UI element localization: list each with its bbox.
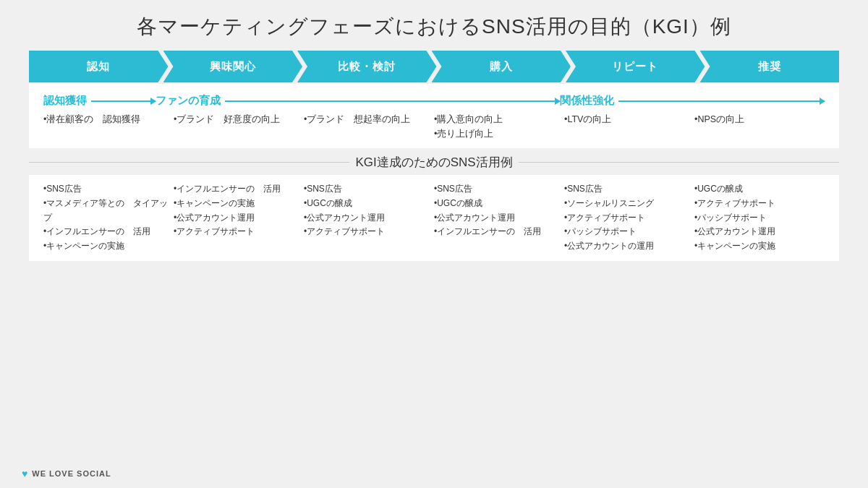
goals-layout: 認知獲得 ファンの育成 関係性強化 xyxy=(43,94,825,108)
footer-text: WE LOVE SOCIAL xyxy=(32,469,111,478)
sns-bullet: •アクティブサポート xyxy=(694,197,820,211)
divider-title: KGI達成のためのSNS活用例 xyxy=(355,154,512,171)
goal-group-3: 関係性強化 xyxy=(560,94,825,108)
footer: ♥ WE LOVE SOCIAL xyxy=(22,468,111,479)
sns-bullet: •公式アカウント運用 xyxy=(694,225,820,239)
phase-item-0: 認知 xyxy=(29,51,169,82)
kgi-bullet: •購入意向の向上 xyxy=(434,112,560,127)
phase-item-1: 興味関心 xyxy=(163,51,303,82)
heart-icon: ♥ xyxy=(22,468,27,479)
goal-label-3: 関係性強化 xyxy=(560,94,614,108)
kgi-col-0: •潜在顧客の 認知獲得 xyxy=(43,112,174,141)
phase-bar: 認知興味関心比較・検討購入リピート推奨 xyxy=(29,51,839,82)
sns-bullet: •SNS広告 xyxy=(564,182,690,197)
sns-col-2: •SNS広告•UGCの醸成•公式アカウント運用•アクティブサポート xyxy=(304,182,434,254)
kgi-bullet: •LTVの向上 xyxy=(564,112,690,127)
sns-bullet: •SNS広告 xyxy=(304,182,430,197)
sns-col-0: •SNS広告•マスメディア等との タイアップ•インフルエンサーの 活用•キャンペ… xyxy=(43,182,174,254)
sns-col-4: •SNS広告•ソーシャルリスニング•アクティブサポート•パッシブサポート•公式ア… xyxy=(564,182,694,254)
sns-bullet: •SNS広告 xyxy=(434,182,560,197)
kgi-bullets-row: •潜在顧客の 認知獲得•ブランド 好意度の向上•ブランド 想起率の向上•購入意向… xyxy=(43,112,825,141)
kgi-bullet: •ブランド 想起率の向上 xyxy=(304,112,430,127)
phase-item-3: 購入 xyxy=(432,51,571,82)
sns-bullet: •公式アカウント運用 xyxy=(304,211,430,226)
sns-bullet: •UGCの醸成 xyxy=(434,197,560,211)
sns-bullet: •アクティブサポート xyxy=(304,225,430,239)
sns-section: •SNS広告•マスメディア等との タイアップ•インフルエンサーの 活用•キャンペ… xyxy=(29,175,839,261)
sns-bullet: •キャンペーンの実施 xyxy=(694,239,820,254)
sns-bullet: •インフルエンサーの 活用 xyxy=(174,182,299,197)
phase-item-2: 比較・検討 xyxy=(297,51,437,82)
sns-bullet: •公式アカウントの運用 xyxy=(564,239,690,254)
kgi-bullet: •ブランド 好意度の向上 xyxy=(174,112,299,127)
kgi-section: 認知獲得 ファンの育成 関係性強化 •潜在顧客の 認知獲得•ブランド 好意度の向… xyxy=(29,84,839,148)
divider-line-left xyxy=(29,162,349,163)
goal-group-2: ファンの育成 xyxy=(156,94,560,108)
sns-bullet: •マスメディア等との タイアップ xyxy=(43,197,169,226)
page-title: 各マーケティングフェーズにおけるSNS活用の目的（KGI）例 xyxy=(29,0,839,51)
sns-bullets-row: •SNS広告•マスメディア等との タイアップ•インフルエンサーの 活用•キャンペ… xyxy=(43,182,825,254)
sns-bullet: •公式アカウント運用 xyxy=(174,211,299,226)
sns-bullet: •UGCの醸成 xyxy=(694,182,820,197)
main-container: 各マーケティングフェーズにおけるSNS活用の目的（KGI）例 認知興味関心比較・… xyxy=(0,0,868,488)
kgi-bullet: •潜在顧客の 認知獲得 xyxy=(43,112,169,127)
phase-item-5: 推奨 xyxy=(700,51,840,82)
sns-bullet: •インフルエンサーの 活用 xyxy=(434,225,560,239)
kgi-col-3: •購入意向の向上•売り上げ向上 xyxy=(434,112,564,141)
kgi-bullet: •NPSの向上 xyxy=(694,112,820,127)
sns-bullet: •公式アカウント運用 xyxy=(434,211,560,226)
divider-row: KGI達成のためのSNS活用例 xyxy=(29,154,839,171)
goal-label-1: 認知獲得 xyxy=(43,94,87,108)
phase-item-4: リピート xyxy=(566,51,705,82)
sns-bullet: •SNS広告 xyxy=(43,182,169,197)
divider-line-right xyxy=(519,162,839,163)
sns-col-1: •インフルエンサーの 活用•キャンペーンの実施•公式アカウント運用•アクティブサ… xyxy=(174,182,304,254)
kgi-bullet: •売り上げ向上 xyxy=(434,127,560,141)
kgi-col-2: •ブランド 想起率の向上 xyxy=(304,112,434,141)
sns-bullet: •インフルエンサーの 活用 xyxy=(43,225,169,239)
sns-bullet: •アクティブサポート xyxy=(174,225,299,239)
kgi-col-1: •ブランド 好意度の向上 xyxy=(174,112,304,141)
sns-bullet: •キャンペーンの実施 xyxy=(43,239,169,254)
kgi-col-4: •LTVの向上 xyxy=(564,112,694,141)
goal-arrow-1 xyxy=(91,100,156,102)
sns-bullet: •アクティブサポート xyxy=(564,211,690,226)
sns-bullet: •パッシブサポート xyxy=(694,211,820,226)
sns-bullet: •ソーシャルリスニング xyxy=(564,197,690,211)
kgi-col-5: •NPSの向上 xyxy=(694,112,825,141)
sns-bullet: •UGCの醸成 xyxy=(304,197,430,211)
sns-bullet: •パッシブサポート xyxy=(564,225,690,239)
sns-col-3: •SNS広告•UGCの醸成•公式アカウント運用•インフルエンサーの 活用 xyxy=(434,182,564,254)
goal-arrow-3 xyxy=(618,100,825,102)
goal-arrow-2 xyxy=(225,100,560,102)
goal-label-2: ファンの育成 xyxy=(156,94,221,108)
sns-col-5: •UGCの醸成•アクティブサポート•パッシブサポート•公式アカウント運用•キャン… xyxy=(694,182,825,254)
goal-group-1: 認知獲得 xyxy=(43,94,156,108)
sns-bullet: •キャンペーンの実施 xyxy=(174,197,299,211)
